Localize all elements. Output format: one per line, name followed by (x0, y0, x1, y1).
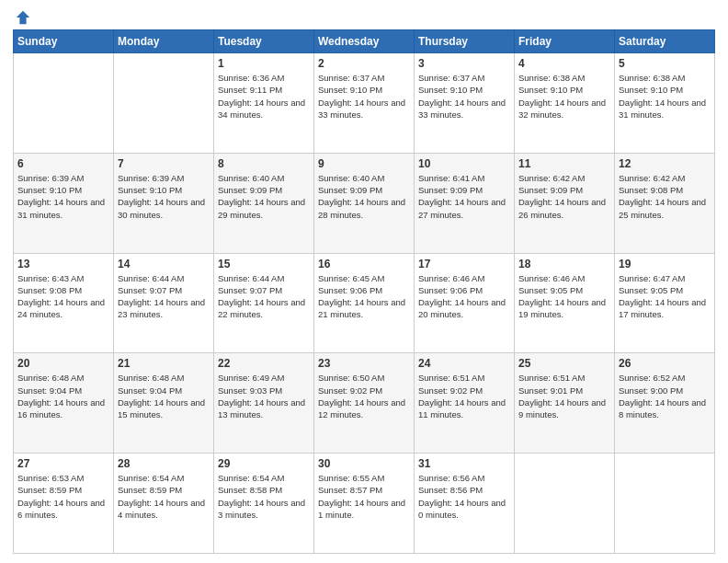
day-info: Sunrise: 6:44 AMSunset: 9:07 PMDaylight:… (118, 272, 210, 321)
day-number: 21 (118, 357, 210, 370)
calendar-cell: 6Sunrise: 6:39 AMSunset: 9:10 PMDaylight… (14, 153, 114, 253)
calendar-body: 1Sunrise: 6:36 AMSunset: 9:11 PMDaylight… (14, 53, 715, 554)
day-info: Sunrise: 6:49 AMSunset: 9:03 PMDaylight:… (218, 372, 310, 420)
day-number: 23 (318, 357, 410, 370)
calendar-cell: 12Sunrise: 6:42 AMSunset: 9:08 PMDayligh… (615, 153, 715, 253)
day-number: 29 (218, 457, 310, 470)
day-info: Sunrise: 6:39 AMSunset: 9:10 PMDaylight:… (17, 172, 109, 221)
day-number: 2 (318, 57, 410, 70)
day-info: Sunrise: 6:42 AMSunset: 9:08 PMDaylight:… (619, 172, 711, 221)
calendar-cell: 25Sunrise: 6:51 AMSunset: 9:01 PMDayligh… (515, 353, 615, 454)
calendar-cell: 8Sunrise: 6:40 AMSunset: 9:09 PMDaylight… (214, 153, 314, 253)
day-info: Sunrise: 6:38 AMSunset: 9:10 PMDaylight:… (518, 72, 610, 121)
day-number: 15 (218, 258, 310, 270)
day-info: Sunrise: 6:51 AMSunset: 9:02 PMDaylight:… (418, 372, 510, 420)
calendar-cell: 30Sunrise: 6:55 AMSunset: 8:57 PMDayligh… (314, 454, 415, 554)
day-number: 26 (619, 357, 711, 370)
calendar-cell: 17Sunrise: 6:46 AMSunset: 9:06 PMDayligh… (415, 253, 515, 353)
logo (13, 9, 31, 22)
day-number: 18 (518, 258, 610, 270)
day-number: 11 (518, 157, 610, 170)
calendar-cell: 14Sunrise: 6:44 AMSunset: 9:07 PMDayligh… (114, 253, 214, 353)
calendar-cell: 18Sunrise: 6:46 AMSunset: 9:05 PMDayligh… (515, 253, 615, 353)
calendar-week-row: 1Sunrise: 6:36 AMSunset: 9:11 PMDaylight… (14, 53, 715, 154)
calendar-week-row: 6Sunrise: 6:39 AMSunset: 9:10 PMDaylight… (14, 153, 715, 253)
day-info: Sunrise: 6:56 AMSunset: 8:56 PMDaylight:… (418, 472, 510, 521)
day-info: Sunrise: 6:53 AMSunset: 8:59 PMDaylight:… (17, 472, 109, 521)
day-info: Sunrise: 6:40 AMSunset: 9:09 PMDaylight:… (318, 172, 410, 221)
day-number: 16 (318, 258, 410, 270)
calendar-cell: 21Sunrise: 6:48 AMSunset: 9:04 PMDayligh… (114, 353, 214, 454)
day-info: Sunrise: 6:46 AMSunset: 9:05 PMDaylight:… (518, 272, 610, 321)
day-info: Sunrise: 6:52 AMSunset: 9:00 PMDaylight:… (619, 372, 711, 420)
calendar-cell (14, 53, 114, 154)
day-number: 20 (17, 357, 109, 370)
day-info: Sunrise: 6:44 AMSunset: 9:07 PMDaylight:… (218, 272, 310, 321)
day-number: 24 (418, 357, 510, 370)
day-info: Sunrise: 6:47 AMSunset: 9:05 PMDaylight:… (619, 272, 711, 321)
day-number: 8 (218, 157, 310, 170)
calendar-cell: 28Sunrise: 6:54 AMSunset: 8:59 PMDayligh… (114, 454, 214, 554)
calendar-week-row: 27Sunrise: 6:53 AMSunset: 8:59 PMDayligh… (14, 454, 715, 554)
calendar-cell: 15Sunrise: 6:44 AMSunset: 9:07 PMDayligh… (214, 253, 314, 353)
calendar-cell (114, 53, 214, 154)
calendar-cell: 26Sunrise: 6:52 AMSunset: 9:00 PMDayligh… (615, 353, 715, 454)
day-info: Sunrise: 6:51 AMSunset: 9:01 PMDaylight:… (518, 372, 610, 420)
day-info: Sunrise: 6:55 AMSunset: 8:57 PMDaylight:… (318, 472, 410, 521)
col-header-sunday: Sunday (14, 30, 114, 53)
day-number: 5 (619, 57, 711, 70)
day-number: 13 (17, 258, 109, 270)
calendar-cell: 10Sunrise: 6:41 AMSunset: 9:09 PMDayligh… (415, 153, 515, 253)
calendar-cell (615, 454, 715, 554)
page: SundayMondayTuesdayWednesdayThursdayFrid… (0, 0, 728, 563)
day-number: 1 (218, 57, 310, 70)
day-info: Sunrise: 6:50 AMSunset: 9:02 PMDaylight:… (318, 372, 410, 420)
calendar-cell: 13Sunrise: 6:43 AMSunset: 9:08 PMDayligh… (14, 253, 114, 353)
calendar-cell: 27Sunrise: 6:53 AMSunset: 8:59 PMDayligh… (14, 454, 114, 554)
day-number: 3 (418, 57, 510, 70)
day-info: Sunrise: 6:42 AMSunset: 9:09 PMDaylight:… (518, 172, 610, 221)
day-info: Sunrise: 6:40 AMSunset: 9:09 PMDaylight:… (218, 172, 310, 221)
col-header-friday: Friday (515, 30, 615, 53)
day-number: 14 (118, 258, 210, 270)
calendar-week-row: 13Sunrise: 6:43 AMSunset: 9:08 PMDayligh… (14, 253, 715, 353)
col-header-wednesday: Wednesday (314, 30, 415, 53)
col-header-monday: Monday (114, 30, 214, 53)
col-header-thursday: Thursday (415, 30, 515, 53)
day-info: Sunrise: 6:38 AMSunset: 9:10 PMDaylight:… (619, 72, 711, 121)
day-info: Sunrise: 6:39 AMSunset: 9:10 PMDaylight:… (118, 172, 210, 221)
day-number: 7 (118, 157, 210, 170)
calendar-cell: 11Sunrise: 6:42 AMSunset: 9:09 PMDayligh… (515, 153, 615, 253)
day-number: 10 (418, 157, 510, 170)
calendar-cell: 9Sunrise: 6:40 AMSunset: 9:09 PMDaylight… (314, 153, 415, 253)
calendar-cell: 2Sunrise: 6:37 AMSunset: 9:10 PMDaylight… (314, 53, 415, 154)
calendar-cell: 20Sunrise: 6:48 AMSunset: 9:04 PMDayligh… (14, 353, 114, 454)
col-header-saturday: Saturday (615, 30, 715, 53)
calendar-week-row: 20Sunrise: 6:48 AMSunset: 9:04 PMDayligh… (14, 353, 715, 454)
day-info: Sunrise: 6:54 AMSunset: 8:59 PMDaylight:… (118, 472, 210, 521)
calendar-cell: 29Sunrise: 6:54 AMSunset: 8:58 PMDayligh… (214, 454, 314, 554)
day-number: 4 (518, 57, 610, 70)
calendar-cell: 5Sunrise: 6:38 AMSunset: 9:10 PMDaylight… (615, 53, 715, 154)
logo-icon (15, 9, 31, 26)
day-number: 27 (17, 457, 109, 470)
calendar-cell: 19Sunrise: 6:47 AMSunset: 9:05 PMDayligh… (615, 253, 715, 353)
svg-marker-0 (17, 11, 29, 24)
day-number: 12 (619, 157, 711, 170)
day-info: Sunrise: 6:37 AMSunset: 9:10 PMDaylight:… (418, 72, 510, 121)
day-info: Sunrise: 6:48 AMSunset: 9:04 PMDaylight:… (118, 372, 210, 420)
calendar-cell: 3Sunrise: 6:37 AMSunset: 9:10 PMDaylight… (415, 53, 515, 154)
calendar-cell: 23Sunrise: 6:50 AMSunset: 9:02 PMDayligh… (314, 353, 415, 454)
calendar-cell: 4Sunrise: 6:38 AMSunset: 9:10 PMDaylight… (515, 53, 615, 154)
day-number: 6 (17, 157, 109, 170)
day-info: Sunrise: 6:54 AMSunset: 8:58 PMDaylight:… (218, 472, 310, 521)
day-number: 19 (619, 258, 711, 270)
day-info: Sunrise: 6:41 AMSunset: 9:09 PMDaylight:… (418, 172, 510, 221)
col-header-tuesday: Tuesday (214, 30, 314, 53)
calendar-cell: 16Sunrise: 6:45 AMSunset: 9:06 PMDayligh… (314, 253, 415, 353)
calendar-cell: 24Sunrise: 6:51 AMSunset: 9:02 PMDayligh… (415, 353, 515, 454)
day-number: 9 (318, 157, 410, 170)
calendar-cell: 31Sunrise: 6:56 AMSunset: 8:56 PMDayligh… (415, 454, 515, 554)
day-number: 17 (418, 258, 510, 270)
day-info: Sunrise: 6:43 AMSunset: 9:08 PMDaylight:… (17, 272, 109, 321)
